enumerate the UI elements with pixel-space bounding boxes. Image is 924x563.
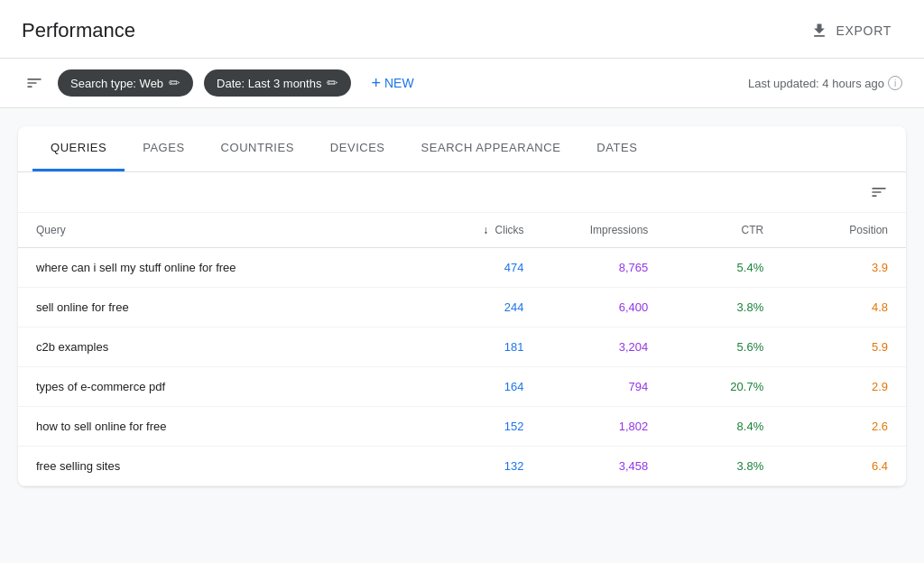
table-body: where can i sell my stuff online for fre… [18,248,906,486]
queries-table: Query ↓ Clicks Impressions CTR Position … [18,213,906,486]
cell-query: c2b examples [18,328,418,367]
date-edit-icon: ✏ [327,75,338,91]
cell-clicks: 152 [418,407,542,447]
cell-impressions: 3,204 [542,328,667,367]
col-header-query: Query [36,224,66,236]
cell-ctr: 8.4% [666,407,781,447]
cell-impressions: 8,765 [542,248,667,288]
filter-icon [25,74,43,92]
new-button[interactable]: + NEW [362,69,422,97]
cell-position: 2.6 [781,407,906,447]
main-card: QUERIES PAGES COUNTRIES DEVICES SEARCH A… [18,126,906,486]
cell-query: how to sell online for free [18,407,418,447]
cell-ctr: 3.8% [666,447,781,486]
table-row[interactable]: c2b examples1813,2045.6%5.9 [18,328,906,367]
col-header-position: Position [781,213,906,248]
plus-icon: + [371,75,381,91]
cell-ctr: 5.6% [666,328,781,367]
search-type-edit-icon: ✏ [169,75,180,91]
cell-ctr: 5.4% [666,248,781,288]
tab-search-appearance[interactable]: SEARCH APPEARANCE [403,126,579,171]
sort-down-icon: ↓ [483,224,491,236]
tab-devices[interactable]: DEVICES [312,126,403,171]
tab-pages[interactable]: PAGES [125,126,202,171]
table-row[interactable]: how to sell online for free1521,8028.4%2… [18,407,906,447]
cell-query: types of e-commerce pdf [18,367,418,407]
export-icon [810,22,828,40]
info-icon[interactable]: i [888,76,902,90]
tab-countries[interactable]: COUNTRIES [203,126,312,171]
table-filter-button[interactable] [870,183,888,201]
cell-clicks: 164 [418,367,542,407]
cell-impressions: 794 [542,367,667,407]
cell-query: sell online for free [18,288,418,328]
cell-impressions: 3,458 [542,447,667,486]
col-header-impressions: Impressions [542,213,667,248]
tab-dates[interactable]: DATES [578,126,655,171]
table-header-row: Query ↓ Clicks Impressions CTR Position [18,213,906,248]
table-row[interactable]: types of e-commerce pdf16479420.7%2.9 [18,367,906,407]
table-filter-icon [870,183,888,201]
cell-query: free selling sites [18,447,418,486]
export-button[interactable]: EXPORT [799,14,902,47]
table-row[interactable]: where can i sell my stuff online for fre… [18,248,906,288]
cell-position: 4.8 [781,288,906,328]
col-header-clicks[interactable]: ↓ Clicks [418,213,542,248]
search-type-chip[interactable]: Search type: Web ✏ [58,69,193,97]
col-header-ctr: CTR [666,213,781,248]
cell-position: 6.4 [781,447,906,486]
toolbar: Search type: Web ✏ Date: Last 3 months ✏… [0,59,924,108]
cell-ctr: 20.7% [666,367,781,407]
cell-impressions: 6,400 [542,288,667,328]
page-title: Performance [22,19,135,42]
cell-ctr: 3.8% [666,288,781,328]
cell-clicks: 244 [418,288,542,328]
table-row[interactable]: sell online for free2446,4003.8%4.8 [18,288,906,328]
cell-clicks: 181 [418,328,542,367]
cell-position: 3.9 [781,248,906,288]
cell-clicks: 474 [418,248,542,288]
cell-impressions: 1,802 [542,407,667,447]
tab-queries[interactable]: QUERIES [32,126,125,171]
date-chip[interactable]: Date: Last 3 months ✏ [204,69,351,97]
cell-position: 5.9 [781,328,906,367]
filter-icon-button[interactable] [22,70,47,96]
table-row[interactable]: free selling sites1323,4583.8%6.4 [18,447,906,486]
table-filter-row [18,172,906,213]
cell-query: where can i sell my stuff online for fre… [18,248,418,288]
last-updated: Last updated: 4 hours ago i [748,76,902,90]
cell-clicks: 132 [418,447,542,486]
tab-bar: QUERIES PAGES COUNTRIES DEVICES SEARCH A… [18,126,906,172]
cell-position: 2.9 [781,367,906,407]
page-header: Performance EXPORT [0,0,924,59]
